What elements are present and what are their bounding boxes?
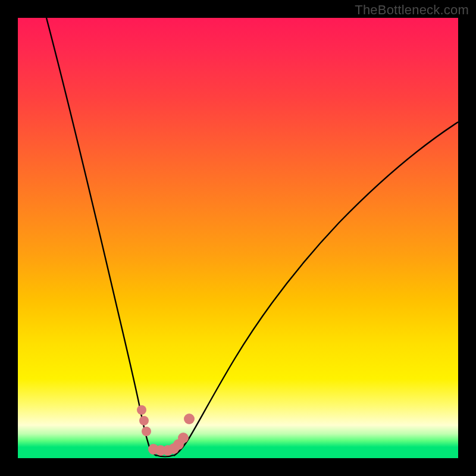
svg-point-9 <box>184 414 195 424</box>
chart-svg <box>18 18 458 458</box>
watermark-text: TheBottleneck.com <box>355 2 469 18</box>
svg-point-2 <box>142 427 151 436</box>
svg-point-0 <box>137 405 146 415</box>
svg-point-1 <box>139 416 149 425</box>
sweet-spot-dots <box>137 405 195 456</box>
curve-left <box>46 18 156 456</box>
svg-point-8 <box>178 433 189 443</box>
chart-frame: TheBottleneck.com <box>0 0 476 476</box>
curve-valley <box>156 455 174 457</box>
chart-plot-area <box>18 18 458 458</box>
curve-right <box>174 122 458 456</box>
